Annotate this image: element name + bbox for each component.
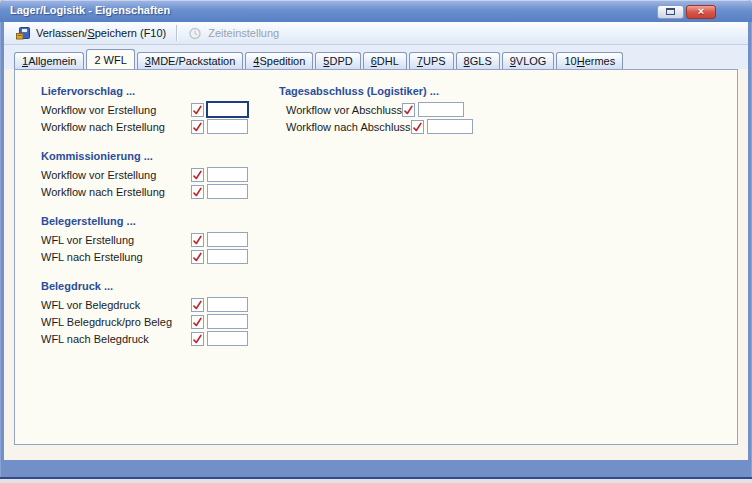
tab-7-ups[interactable]: 7 UPS — [409, 52, 454, 69]
zeiteinstellung-button: Zeiteinstellung — [180, 23, 286, 43]
workflow-row: WFL vor Erstellung — [41, 231, 277, 248]
workflow-input[interactable] — [207, 119, 248, 134]
field-label: WFL vor Belegdruck — [41, 299, 191, 311]
field-label: Workflow vor Abschluss — [286, 104, 402, 116]
title-bar: Lager/Logisitk - Eigenschaften × — [0, 0, 752, 22]
workflow-edit-icon[interactable] — [191, 332, 204, 346]
workflow-row: Workflow vor Erstellung — [41, 166, 277, 183]
toolbar-button-label: Zeiteinstellung — [208, 27, 279, 39]
workflow-edit-icon[interactable] — [411, 120, 424, 134]
right-column: Tagesabschluss (Logistiker) ...Workflow … — [279, 85, 515, 150]
section-belegdruck: Belegdruck ...WFL vor BelegdruckWFL Bele… — [41, 280, 277, 347]
field-label: Workflow nach Erstellung — [41, 121, 191, 133]
section-kommissionierung: Kommissionierung ...Workflow vor Erstell… — [41, 150, 277, 200]
maximize-button[interactable] — [657, 5, 684, 19]
toolbar-separator — [176, 25, 177, 41]
save-exit-icon — [15, 25, 31, 41]
field-label: Workflow nach Abschluss — [286, 121, 411, 133]
close-button[interactable]: × — [686, 5, 716, 19]
tab-6-dhl[interactable]: 6 DHL — [363, 52, 407, 69]
field-label: WFL vor Erstellung — [41, 234, 191, 246]
field-label: Workflow vor Erstellung — [41, 169, 191, 181]
section-belegerstellung: Belegerstellung ...WFL vor ErstellungWFL… — [41, 215, 277, 265]
field-label: WFL nach Belegdruck — [41, 333, 191, 345]
window-shadow-strip — [0, 479, 752, 483]
toolbar-button-label: Verlassen/Speichern (F10) — [36, 27, 166, 39]
workflow-edit-icon[interactable] — [191, 250, 204, 264]
workflow-row: Workflow nach Erstellung — [41, 118, 277, 135]
section-heading: Tagesabschluss (Logistiker) ... — [279, 85, 515, 98]
workflow-input[interactable] — [207, 314, 248, 329]
workflow-row: WFL Belegdruck/pro Beleg — [41, 313, 277, 330]
workflow-edit-icon[interactable] — [191, 185, 204, 199]
clock-icon — [187, 25, 203, 41]
workflow-input[interactable] — [207, 184, 248, 199]
workflow-edit-icon[interactable] — [191, 315, 204, 329]
tab-8-gls[interactable]: 8 GLS — [456, 52, 500, 69]
close-icon: × — [698, 5, 704, 17]
verlassen-speichern-f10-button[interactable]: Verlassen/Speichern (F10) — [8, 23, 173, 43]
left-column: Liefervorschlag ...Workflow vor Erstellu… — [41, 85, 277, 362]
workflow-row: WFL nach Belegdruck — [41, 330, 277, 347]
workflow-row: Workflow nach Erstellung — [41, 183, 277, 200]
field-label: Workflow nach Erstellung — [41, 186, 191, 198]
tab-1-allgemein[interactable]: 1 Allgemein — [14, 52, 84, 69]
section-tagesabschluss-logistiker: Tagesabschluss (Logistiker) ...Workflow … — [279, 85, 515, 135]
section-heading: Liefervorschlag ... — [41, 85, 277, 98]
workflow-edit-icon[interactable] — [191, 233, 204, 247]
section-heading: Belegerstellung ... — [41, 215, 277, 228]
workflow-input[interactable] — [207, 249, 248, 264]
window-title: Lager/Logisitk - Eigenschaften — [10, 4, 170, 16]
properties-window: Lager/Logisitk - Eigenschaften × Verlass… — [0, 0, 752, 483]
tab-3-mde-packstation[interactable]: 3 MDE/Packstation — [137, 52, 244, 69]
workflow-row: WFL vor Belegdruck — [41, 296, 277, 313]
tab-4-spedition[interactable]: 4 Spedition — [245, 52, 313, 69]
maximize-icon — [666, 8, 675, 15]
workflow-edit-icon[interactable] — [402, 103, 415, 117]
section-heading: Belegdruck ... — [41, 280, 277, 293]
workflow-input[interactable] — [207, 331, 248, 346]
workflow-row: Workflow nach Abschluss — [279, 118, 515, 135]
client-area: Verlassen/Speichern (F10)Zeiteinstellung… — [4, 22, 748, 460]
workflow-input[interactable] — [207, 102, 248, 117]
workflow-edit-icon[interactable] — [191, 120, 204, 134]
workflow-input[interactable] — [207, 297, 248, 312]
field-label: Workflow vor Erstellung — [41, 104, 191, 116]
tab-5-dpd[interactable]: 5 DPD — [315, 52, 360, 69]
workflow-row: Workflow vor Erstellung — [41, 101, 277, 118]
workflow-row: WFL nach Erstellung — [41, 248, 277, 265]
field-label: WFL nach Erstellung — [41, 251, 191, 263]
workflow-edit-icon[interactable] — [191, 298, 204, 312]
tab-10-hermes[interactable]: 10 Hermes — [556, 52, 623, 69]
section-heading: Kommissionierung ... — [41, 150, 277, 163]
field-label: WFL Belegdruck/pro Beleg — [41, 316, 191, 328]
workflow-input[interactable] — [427, 119, 473, 134]
toolbar: Verlassen/Speichern (F10)Zeiteinstellung — [4, 22, 748, 45]
workflow-row: Workflow vor Abschluss — [279, 101, 515, 118]
tab-2-wfl[interactable]: 2 WFL — [86, 49, 134, 69]
workflow-input[interactable] — [207, 232, 248, 247]
tab-9-vlog[interactable]: 9 VLOG — [502, 52, 555, 69]
tab-strip: 1 Allgemein2 WFL3 MDE/Packstation4 Spedi… — [14, 50, 625, 69]
workflow-edit-icon[interactable] — [191, 103, 204, 117]
workflow-input[interactable] — [418, 102, 464, 117]
tab-page-wfl: Liefervorschlag ...Workflow vor Erstellu… — [14, 69, 738, 445]
workflow-input[interactable] — [207, 167, 248, 182]
section-liefervorschlag: Liefervorschlag ...Workflow vor Erstellu… — [41, 85, 277, 135]
workflow-edit-icon[interactable] — [191, 168, 204, 182]
